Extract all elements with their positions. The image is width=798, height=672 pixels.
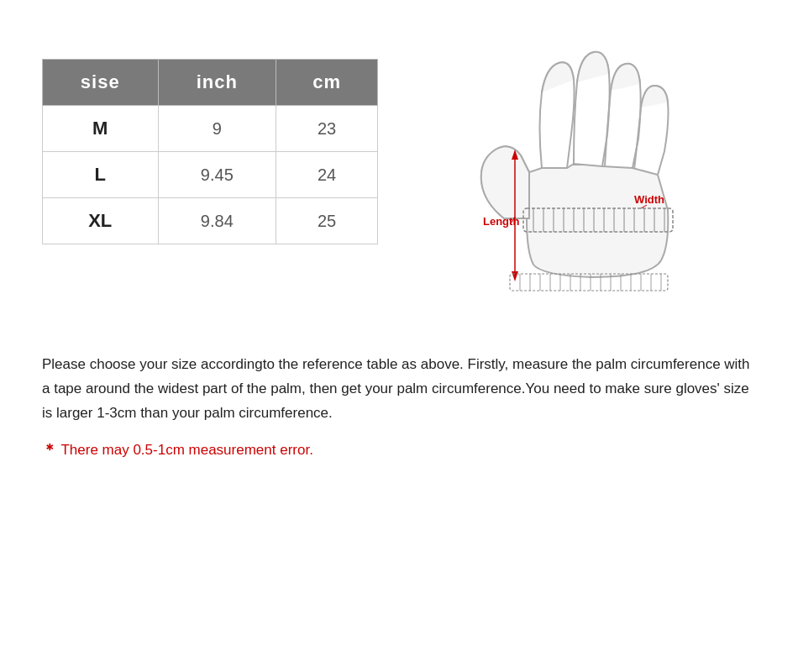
glove-svg: Width Length — [458, 25, 710, 311]
top-section: sise inch cm M 9 23 L 9.45 24 XL — [42, 25, 756, 311]
svg-marker-18 — [512, 271, 518, 281]
header-sise: sise — [43, 60, 159, 106]
error-note-text: There may 0.5-1cm measurement error. — [60, 442, 312, 458]
size-l: L — [43, 152, 159, 198]
table-row: M 9 23 — [43, 106, 378, 152]
cm-l: 24 — [276, 152, 378, 198]
cm-xl: 25 — [276, 198, 378, 244]
size-xl: XL — [43, 198, 159, 244]
description-section: Please choose your size accordingto the … — [42, 344, 756, 459]
width-label: Width — [634, 193, 664, 206]
cm-m: 23 — [276, 106, 378, 152]
header-cm: cm — [276, 60, 378, 106]
error-note: ＊ There may 0.5-1cm measurement error. — [42, 439, 756, 459]
size-table: sise inch cm M 9 23 L 9.45 24 XL — [42, 59, 378, 244]
table-row: XL 9.84 25 — [43, 198, 378, 244]
glove-illustration: Width Length — [412, 25, 756, 311]
length-label: Length — [483, 215, 519, 228]
table-row: L 9.45 24 — [43, 152, 378, 198]
header-inch: inch — [158, 60, 276, 106]
main-container: sise inch cm M 9 23 L 9.45 24 XL — [0, 0, 798, 672]
inch-xl: 9.84 — [158, 198, 276, 244]
size-m: M — [43, 106, 159, 152]
inch-m: 9 — [158, 106, 276, 152]
asterisk-icon: ＊ — [42, 441, 57, 458]
description-body: Please choose your size accordingto the … — [42, 353, 756, 426]
inch-l: 9.45 — [158, 152, 276, 198]
